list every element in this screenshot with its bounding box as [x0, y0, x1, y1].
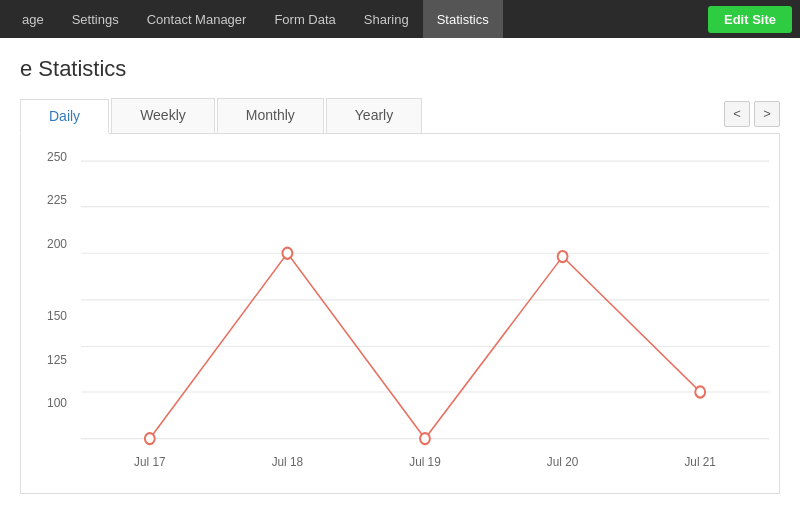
nav-item-sharing[interactable]: Sharing [350, 0, 423, 38]
svg-point-8 [282, 248, 292, 259]
nav-item-contact-manager[interactable]: Contact Manager [133, 0, 261, 38]
y-label-225: 225 [21, 193, 73, 207]
tabs-row: Daily Weekly Monthly Yearly < > [20, 98, 780, 134]
tab-yearly[interactable]: Yearly [326, 98, 422, 133]
y-label-200: 200 [21, 237, 73, 251]
tab-weekly[interactable]: Weekly [111, 98, 215, 133]
tab-prev-button[interactable]: < [724, 101, 750, 127]
y-label-100: 100 [21, 396, 73, 410]
nav-item-settings[interactable]: Settings [58, 0, 133, 38]
page-title: e Statistics [20, 56, 780, 82]
svg-text:Jul 18: Jul 18 [272, 455, 303, 470]
nav-item-form-data[interactable]: Form Data [260, 0, 349, 38]
tab-navigation-buttons: < > [724, 101, 780, 127]
tab-next-button[interactable]: > [754, 101, 780, 127]
tabs-container: Daily Weekly Monthly Yearly [20, 98, 424, 133]
statistics-chart: Jul 17 Jul 18 Jul 19 Jul 20 Jul 21 [81, 150, 769, 483]
tab-monthly[interactable]: Monthly [217, 98, 324, 133]
chart-area: Jul 17 Jul 18 Jul 19 Jul 20 Jul 21 250 2… [20, 134, 780, 494]
top-navigation: age Settings Contact Manager Form Data S… [0, 0, 800, 38]
svg-point-10 [558, 251, 568, 262]
svg-point-7 [145, 433, 155, 444]
edit-site-button[interactable]: Edit Site [708, 6, 792, 33]
page-content: e Statistics Daily Weekly Monthly Yearly… [0, 38, 800, 518]
y-label-250: 250 [21, 150, 73, 164]
svg-point-11 [695, 386, 705, 397]
svg-point-9 [420, 433, 430, 444]
nav-item-statistics[interactable]: Statistics [423, 0, 503, 38]
svg-text:Jul 21: Jul 21 [684, 455, 715, 470]
tab-daily[interactable]: Daily [20, 99, 109, 134]
y-label-150: 150 [21, 309, 73, 323]
nav-item-age[interactable]: age [8, 0, 58, 38]
svg-text:Jul 17: Jul 17 [134, 455, 165, 470]
svg-text:Jul 19: Jul 19 [409, 455, 440, 470]
svg-text:Jul 20: Jul 20 [547, 455, 578, 470]
y-label-125: 125 [21, 353, 73, 367]
